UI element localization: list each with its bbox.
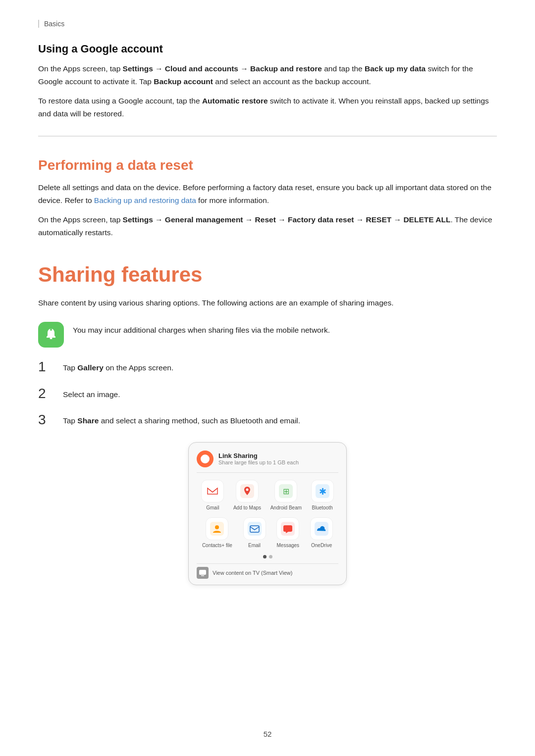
share-icon-maps[interactable]: Add to Maps xyxy=(233,480,261,510)
svg-text:✱: ✱ xyxy=(319,487,326,497)
share-dialog: Link Sharing Share large files up to 1 G… xyxy=(188,442,347,585)
share-dialog-footer: View content on TV (Smart View) xyxy=(197,563,338,579)
section-label: Basics xyxy=(38,20,497,28)
share-page-dots xyxy=(197,555,338,558)
section-divider xyxy=(38,136,497,137)
step-3-number: 3 xyxy=(38,411,54,428)
share-icon-onedrive[interactable]: OneDrive xyxy=(310,517,333,548)
step-1-number: 1 xyxy=(38,358,54,375)
step-2: 2 Select an image. xyxy=(38,386,497,402)
bluetooth-label: Bluetooth xyxy=(312,505,333,510)
svg-rect-17 xyxy=(201,575,204,576)
svg-rect-14 xyxy=(283,525,292,532)
share-dialog-title: Link Sharing xyxy=(218,452,299,459)
android-label: Android Beam xyxy=(270,505,302,510)
email-label: Email xyxy=(248,543,261,548)
bluetooth-icon: ✱ xyxy=(311,480,334,503)
google-account-para2: To restore data using a Google account, … xyxy=(38,95,497,120)
notice-text: You may incur additional charges when sh… xyxy=(73,321,330,337)
android-icon: ⊞ xyxy=(274,480,297,503)
share-dialog-header: Link Sharing Share large files up to 1 G… xyxy=(197,451,338,473)
step-2-text: Select an image. xyxy=(63,386,120,401)
share-icon-messages[interactable]: Messages xyxy=(276,517,299,548)
sharing-features-intro: Share content by using various sharing o… xyxy=(38,297,497,309)
tv-icon xyxy=(197,567,209,579)
share-icon-gmail[interactable]: Gmail xyxy=(201,480,224,510)
share-icon-email[interactable]: Email xyxy=(243,517,266,548)
backup-link[interactable]: Backing up and restoring data xyxy=(94,196,196,204)
share-icon-contacts[interactable]: Contacts+ file xyxy=(202,517,232,548)
share-dialog-title-block: Link Sharing Share large files up to 1 G… xyxy=(218,452,299,465)
onedrive-icon xyxy=(310,517,333,540)
sharing-features-heading: Sharing features xyxy=(38,263,497,287)
svg-point-4 xyxy=(246,488,248,491)
dot-1 xyxy=(263,555,267,558)
data-reset-heading: Performing a data reset xyxy=(38,157,497,173)
share-icons-row-2: Contacts+ file Email Messages xyxy=(197,517,338,548)
onedrive-label: OneDrive xyxy=(311,543,332,548)
page-container: Basics Using a Google account On the App… xyxy=(0,0,535,756)
gmail-label: Gmail xyxy=(206,505,219,510)
steps-list: 1 Tap Gallery on the Apps screen. 2 Sele… xyxy=(38,359,497,428)
page-number: 52 xyxy=(264,730,272,738)
dot-2 xyxy=(269,555,272,558)
bell-icon xyxy=(44,327,58,342)
share-icon-android[interactable]: ⊞ Android Beam xyxy=(270,480,302,510)
notice-box: You may incur additional charges when sh… xyxy=(38,321,497,348)
maps-icon xyxy=(236,480,259,503)
step-1-text: Tap Gallery on the Apps screen. xyxy=(63,359,173,374)
data-reset-para1: Delete all settings and data on the devi… xyxy=(38,181,497,206)
notice-icon xyxy=(38,322,64,348)
share-dialog-subtitle: Share large files up to 1 GB each xyxy=(218,459,299,465)
svg-rect-16 xyxy=(199,570,206,575)
google-account-para1: On the Apps screen, tap Settings → Cloud… xyxy=(38,62,497,88)
maps-label: Add to Maps xyxy=(233,505,261,510)
data-reset-para2: On the Apps screen, tap Settings → Gener… xyxy=(38,213,497,239)
messages-icon xyxy=(276,517,299,540)
svg-rect-11 xyxy=(248,522,262,536)
svg-rect-0 xyxy=(50,338,53,339)
gmail-icon xyxy=(201,480,224,503)
messages-label: Messages xyxy=(277,543,300,548)
svg-point-1 xyxy=(50,329,52,331)
step-2-number: 2 xyxy=(38,385,54,402)
step-3-text: Tap Share and select a sharing method, s… xyxy=(63,412,300,427)
google-account-heading: Using a Google account xyxy=(38,43,497,55)
step-3: 3 Tap Share and select a sharing method,… xyxy=(38,412,497,428)
footer-text: View content on TV (Smart View) xyxy=(213,570,292,576)
svg-text:⊞: ⊞ xyxy=(283,487,289,496)
email-icon xyxy=(243,517,266,540)
contacts-label: Contacts+ file xyxy=(202,543,232,548)
share-icon-bluetooth[interactable]: ✱ Bluetooth xyxy=(311,480,334,510)
share-icons-row-1: Gmail Add to Maps ⊞ Android Beam ✱ xyxy=(197,480,338,510)
step-1: 1 Tap Gallery on the Apps screen. xyxy=(38,359,497,375)
contacts-icon xyxy=(206,517,228,540)
svg-point-10 xyxy=(215,525,219,529)
link-sharing-logo xyxy=(197,451,214,467)
